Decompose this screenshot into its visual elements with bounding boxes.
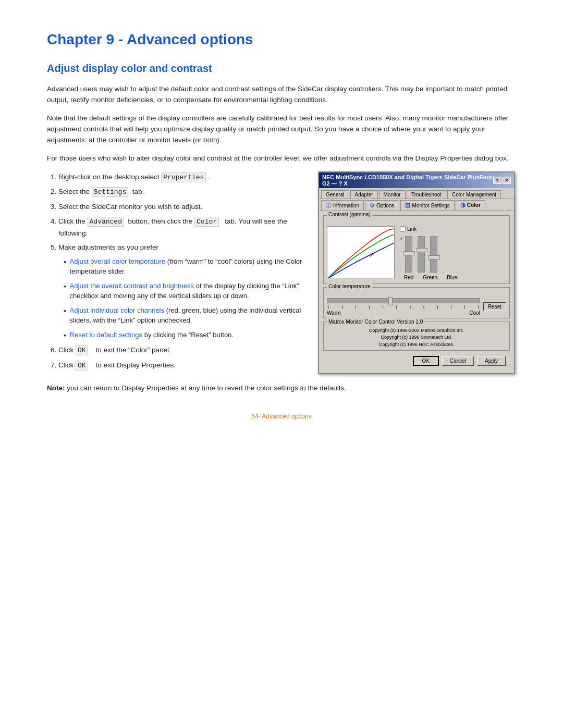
note-line: Note: you can return to Display Properti… — [47, 384, 516, 392]
bullet-item-4: Reset to default settings by clicking th… — [64, 330, 305, 341]
tab-monitor[interactable]: Monitor — [379, 190, 406, 199]
step-4: Click the Advanced button, then click th… — [58, 216, 305, 239]
plus-minus-labels: + - — [400, 236, 403, 268]
cool-label: Cool — [469, 310, 480, 316]
ok-button[interactable]: OK — [413, 356, 439, 366]
step7-text: Click OK to exit Display Properties. — [58, 361, 176, 369]
dialog-content: Contrast (gamma) — [319, 211, 514, 374]
tab-color[interactable]: ◑ Color — [456, 200, 485, 211]
step7-mono: OK — [76, 361, 88, 371]
green-slider-thumb — [416, 248, 427, 252]
step-5: Make adjustments as you prefer Adjust ov… — [58, 242, 305, 340]
blue-label: Blue — [447, 275, 457, 280]
step-7: Click OK to exit Display Properties. — [58, 360, 305, 372]
svg-text:↗: ↗ — [369, 251, 374, 258]
monitor-settings-icon: 🖼 — [405, 202, 411, 208]
dialog-box: NEC MultiSync LCD1850X and Digital Tiger… — [318, 171, 515, 375]
minus-label: - — [400, 263, 401, 268]
step4-text: Click the Advanced button, then click th… — [58, 217, 287, 237]
link-checkbox-row: Link — [400, 226, 417, 232]
chapter-title: Chapter 9 - Advanced options — [47, 31, 516, 48]
tab-monitor-settings[interactable]: 🖼 Monitor Settings — [400, 200, 455, 211]
step6-mono: OK — [76, 346, 88, 355]
green-slider-wrap — [418, 236, 425, 273]
horiz-slider-wrap: |||||||||||| Warm Cool — [327, 298, 480, 316]
color-icon: ◑ — [460, 202, 466, 208]
dialog-title: NEC MultiSync LCD1850X and Digital Tiger… — [322, 174, 493, 187]
bullet-item-2: Adjust the overall contrast and brightne… — [64, 281, 305, 301]
step2-mono: Settings — [92, 187, 128, 197]
vertical-sliders — [405, 236, 437, 273]
color-temp-inner: |||||||||||| Warm Cool Reset — [327, 298, 506, 316]
step1-text: Right-click on the desktop select Proper… — [58, 173, 210, 181]
copyright-line-1: Copyright (c) 1996-2002 Matrox Graphics … — [327, 327, 506, 335]
copyright-line-3: Copyright (c) 1996 HGC Associates. — [327, 341, 506, 349]
bullet-item-1: Adjust overall color temperature (from “… — [64, 256, 305, 277]
cancel-button[interactable]: Cancel — [442, 356, 474, 366]
paragraph-3: For those users who wish to alter displa… — [47, 153, 516, 164]
paragraph-1: Advanced users may wish to adjust the de… — [47, 84, 516, 106]
color-temp-thumb — [388, 297, 393, 305]
blue-slider-wrap — [430, 236, 437, 273]
note-text: you can return to Display Properties at … — [67, 384, 346, 392]
bullet-link-2[interactable]: Adjust the overall contrast and brightne… — [70, 282, 194, 290]
bullet-link-4[interactable]: Reset to default settings — [70, 331, 142, 339]
blue-slider-thumb — [429, 255, 440, 260]
bullet-item-3: Adjust individual color channels (red, g… — [64, 305, 305, 326]
step4-mono2: Color — [194, 217, 219, 227]
dialog-close-btn[interactable]: × — [503, 177, 511, 184]
bullet-link-1[interactable]: Adjust overall color temperature — [70, 257, 166, 265]
tick-marks: |||||||||||| — [327, 304, 480, 309]
dialog-help-btn[interactable]: ? — [493, 177, 501, 184]
red-slider-thumb — [403, 251, 415, 255]
steps-list: Right-click on the desktop select Proper… — [58, 171, 305, 372]
contrast-group: Contrast (gamma) — [323, 215, 510, 284]
slider-labels-row: Red Green Blue — [404, 275, 457, 280]
color-temp-label: Color temperature — [327, 283, 372, 289]
copyright-group: Matrox Monitor Color Control Version 1.0… — [323, 322, 510, 351]
red-slider[interactable] — [405, 236, 412, 273]
apply-button[interactable]: Apply — [477, 356, 506, 366]
dialog-titlebar-buttons: ? × — [493, 177, 511, 184]
blue-slider[interactable] — [430, 236, 437, 273]
tab-color-management[interactable]: Color Management — [447, 190, 501, 199]
link-label: Link — [407, 226, 417, 232]
step1-mono: Properties — [161, 172, 206, 182]
gamma-chart: ↗ — [327, 226, 395, 278]
color-temp-track[interactable] — [327, 298, 480, 303]
dialog-tabs-row1: General Adapter Monitor Troubleshoot Col… — [319, 188, 514, 199]
dialog-buttons: OK Cancel Apply — [323, 354, 510, 369]
tab-troubleshoot[interactable]: Troubleshoot — [407, 190, 446, 199]
contrast-label: Contrast (gamma) — [327, 212, 372, 217]
bullet-text-4: by clicking the “Reset” button. — [144, 331, 234, 339]
bullet-link-3[interactable]: Adjust individual color channels — [70, 306, 164, 314]
step4-mono1: Advanced — [88, 217, 124, 227]
copyright-line-2: Copyright (c) 1996 Sonnetech Ltd. — [327, 334, 506, 341]
gamma-svg: ↗ — [327, 227, 395, 278]
green-slider[interactable] — [418, 236, 425, 273]
copyright-group-label: Matrox Monitor Color Control Version 1.0 — [327, 318, 424, 326]
step-3: Select the SideCar monitor you wish to a… — [58, 201, 305, 213]
step-1: Right-click on the desktop select Proper… — [58, 171, 305, 183]
step2-text: Select the Settings tab. — [58, 188, 144, 195]
options-icon: ⚙ — [370, 202, 375, 209]
tab-adapter[interactable]: Adapter — [350, 190, 378, 199]
link-checkbox[interactable] — [400, 226, 406, 232]
reset-button[interactable]: Reset — [483, 302, 506, 311]
tab-information[interactable]: ⓘ Information — [321, 200, 364, 211]
section-title: Adjust display color and contrast — [47, 63, 516, 75]
tab-options[interactable]: ⚙ Options — [365, 200, 399, 211]
steps-area: Right-click on the desktop select Proper… — [47, 171, 516, 375]
paragraph-2: Note that the default settings of the di… — [47, 113, 516, 146]
step6-text: Click OK to exit the “Color” panel. — [58, 346, 171, 354]
tab-general[interactable]: General — [321, 190, 349, 199]
note-label: Note: — [47, 384, 65, 392]
green-label: Green — [423, 275, 437, 280]
plus-label: + — [400, 236, 403, 242]
contrast-inner: ↗ Link + — [327, 226, 506, 280]
red-label: Red — [404, 275, 413, 280]
info-icon: ⓘ — [326, 202, 332, 209]
step-2: Select the Settings tab. — [58, 186, 305, 198]
sliders-container: Link + - — [400, 226, 457, 280]
footer-text: 64- Advanced options — [47, 413, 516, 420]
